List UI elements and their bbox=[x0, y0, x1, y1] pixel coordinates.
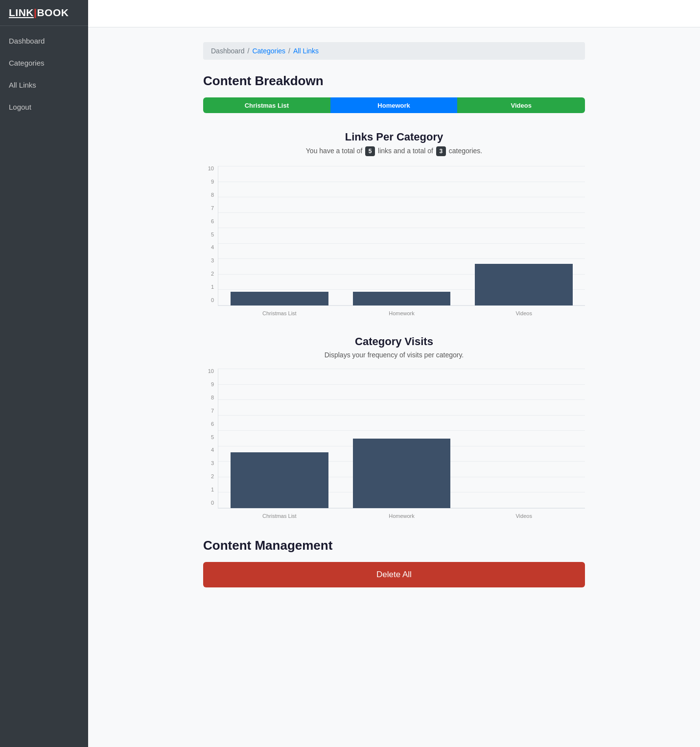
bar-group-christmas-list: Christmas List bbox=[218, 166, 341, 305]
content-breakdown-title: Content Breakdown bbox=[203, 73, 585, 89]
sidebar-item-logout[interactable]: Logout bbox=[0, 96, 88, 118]
logo-book-text: BOOK bbox=[37, 7, 69, 19]
breadcrumb-dashboard: Dashboard bbox=[211, 47, 245, 55]
bar-label-homework: Homework bbox=[389, 310, 415, 316]
content-management-title: Content Management bbox=[203, 538, 585, 553]
bar-videos bbox=[475, 264, 573, 306]
logo: LINK|BOOK bbox=[9, 7, 69, 19]
total-categories-badge: 3 bbox=[436, 146, 446, 156]
bar-label-christmas-list: Christmas List bbox=[262, 310, 297, 316]
content-management-section: Content Management Delete All bbox=[203, 538, 585, 587]
bar-group-homework: Homework bbox=[341, 166, 463, 305]
category-visits-section: Category Visits Displays your frequency … bbox=[203, 335, 585, 520]
links-bars-area: Christmas List Homework Videos bbox=[218, 166, 585, 306]
visits-y-axis: 0 1 2 3 4 5 6 7 8 9 10 bbox=[203, 369, 217, 506]
visit-bar-homework bbox=[353, 439, 451, 509]
category-visits-subtitle: Displays your frequency of visits per ca… bbox=[203, 351, 585, 359]
top-bar bbox=[88, 0, 700, 27]
sidebar: LINK|BOOK Dashboard Categories All Links… bbox=[0, 0, 88, 747]
breadcrumb-all-links[interactable]: All Links bbox=[293, 47, 319, 55]
links-chart-container: 0 1 2 3 4 5 6 7 8 9 10 bbox=[203, 166, 585, 318]
sidebar-item-dashboard[interactable]: Dashboard bbox=[0, 30, 88, 52]
total-links-badge: 5 bbox=[365, 146, 375, 156]
sidebar-divider bbox=[0, 25, 88, 26]
visits-bars-area: Christmas List Homework Videos bbox=[218, 369, 585, 509]
sidebar-item-categories[interactable]: Categories bbox=[0, 52, 88, 74]
visits-chart-container: 0 1 2 3 4 5 6 7 8 9 10 bbox=[203, 369, 585, 520]
breadcrumb-categories[interactable]: Categories bbox=[252, 47, 285, 55]
bar-homework bbox=[353, 292, 451, 306]
sidebar-item-all-links[interactable]: All Links bbox=[0, 74, 88, 96]
logo-area: LINK|BOOK bbox=[0, 0, 88, 25]
content-area: Dashboard / Categories / All Links Conte… bbox=[193, 27, 595, 602]
main-content: Dashboard / Categories / All Links Conte… bbox=[88, 0, 700, 747]
links-y-axis: 0 1 2 3 4 5 6 7 8 9 10 bbox=[203, 166, 217, 303]
links-per-category-section: Links Per Category You have a total of 5… bbox=[203, 131, 585, 318]
bar-christmas-list bbox=[231, 292, 328, 306]
breadcrumb: Dashboard / Categories / All Links bbox=[203, 42, 585, 60]
links-per-category-subtitle: You have a total of 5 links and a total … bbox=[203, 146, 585, 156]
visit-bar-group-videos: Videos bbox=[463, 369, 585, 508]
links-per-category-title: Links Per Category bbox=[203, 131, 585, 143]
visit-bar-group-christmas-list: Christmas List bbox=[218, 369, 341, 508]
visit-bar-label-videos: Videos bbox=[515, 513, 532, 519]
progress-bar: Christmas List Homework Videos bbox=[203, 97, 585, 113]
visit-bar-label-homework: Homework bbox=[389, 513, 415, 519]
bar-group-videos: Videos bbox=[463, 166, 585, 305]
segment-homework: Homework bbox=[330, 97, 458, 113]
visit-bar-group-homework: Homework bbox=[341, 369, 463, 508]
breadcrumb-sep-1: / bbox=[248, 47, 250, 55]
delete-all-button[interactable]: Delete All bbox=[203, 562, 585, 587]
segment-christmas-list: Christmas List bbox=[203, 97, 330, 113]
logo-link-text: LINK bbox=[9, 7, 34, 19]
sidebar-nav: Dashboard Categories All Links Logout bbox=[0, 30, 88, 118]
breadcrumb-sep-2: / bbox=[288, 47, 290, 55]
category-visits-title: Category Visits bbox=[203, 335, 585, 348]
visit-bar-label-christmas-list: Christmas List bbox=[262, 513, 297, 519]
visit-bar-christmas-list bbox=[231, 452, 328, 508]
segment-videos: Videos bbox=[457, 97, 585, 113]
bar-label-videos: Videos bbox=[515, 310, 532, 316]
